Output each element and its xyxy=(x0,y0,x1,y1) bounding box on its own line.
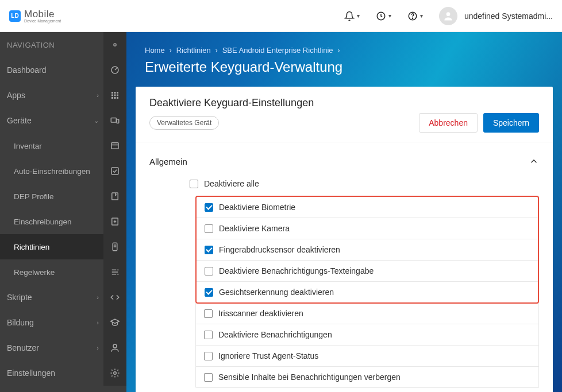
checkbox-label: Sensible Inhalte bei Benachrichtigungen … xyxy=(218,372,401,382)
help-menu[interactable]: ▾ xyxy=(407,11,423,21)
checkbox-row[interactable]: Deaktiviere Kamera xyxy=(197,218,538,239)
sidebar-item-einstellungen[interactable]: Einstellungen xyxy=(0,360,126,386)
chevron-right-icon: › xyxy=(338,46,340,55)
chevron-down-icon: ▾ xyxy=(388,13,391,19)
sidebar-item-label: Einstellungen xyxy=(7,368,55,378)
code-icon xyxy=(103,285,126,310)
svg-rect-17 xyxy=(111,168,118,174)
avatar xyxy=(439,7,457,25)
enroll-icon xyxy=(103,209,126,234)
checkbox-label: Gesichtserkennung deaktivieren xyxy=(219,288,334,297)
checkbox-label: Deaktiviere Benachrichtigungen xyxy=(218,330,332,339)
sidebar-item-label: Einschreibungen xyxy=(14,218,72,226)
checkbox-row[interactable]: Fingerabdrucksensor deaktivieren xyxy=(197,239,538,261)
notifications-menu[interactable]: ▾ xyxy=(344,11,360,21)
checkbox[interactable] xyxy=(204,331,213,339)
checkbox-row[interactable]: Irisscanner deaktivieren xyxy=(196,303,538,324)
sidebar-item-label: Geräte xyxy=(7,116,32,125)
device-scope-pill: Verwaltetes Gerät xyxy=(149,116,219,130)
sidebar-item-einschreibungen[interactable]: Einschreibungen xyxy=(0,209,126,234)
checkbox[interactable] xyxy=(204,373,213,382)
sidebar-item-regelwerke[interactable]: Regelwerke xyxy=(0,259,126,285)
settings-card: Deaktiviere Keyguard-Einstellungen Verwa… xyxy=(136,87,553,392)
checkbox-row[interactable]: Deaktiviere Benachrichtigungen xyxy=(196,324,538,346)
svg-rect-13 xyxy=(117,97,118,99)
svg-rect-6 xyxy=(114,92,116,94)
sidebar-item-label: Bildung xyxy=(7,318,34,327)
checkbox[interactable] xyxy=(205,224,213,233)
sidebar-item-label: Auto-Einschreibungen xyxy=(14,167,90,176)
sidebar-item-label: Richtlinien xyxy=(14,243,49,251)
checkbox-label: Deaktiviere alle xyxy=(204,179,259,188)
checkbox[interactable] xyxy=(204,309,213,318)
sidebar-item-dashboard[interactable]: Dashboard xyxy=(0,57,126,83)
checkbox-row[interactable]: Gesichtserkennung deaktivieren xyxy=(197,282,538,302)
svg-rect-8 xyxy=(111,95,113,96)
card-title: Deaktiviere Keyguard-Einstellungen xyxy=(149,97,419,109)
checkbox[interactable] xyxy=(205,267,213,275)
checkbox[interactable] xyxy=(205,203,213,212)
sidebar-item-inventar[interactable]: Inventar xyxy=(0,133,126,158)
brand[interactable]: LD Mobile Device Management xyxy=(9,9,61,23)
sidebar: NAVIGATION DashboardApps›Geräte⌄Inventar… xyxy=(0,32,126,392)
help-icon xyxy=(407,11,418,21)
auto-enroll-icon xyxy=(103,158,126,184)
svg-point-2 xyxy=(412,18,413,18)
sidebar-item-bildung[interactable]: Bildung› xyxy=(0,310,126,335)
user-icon xyxy=(103,335,126,360)
user-menu[interactable]: undefined Systemadmi... xyxy=(439,7,553,25)
sidebar-item-apps[interactable]: Apps› xyxy=(0,83,126,108)
checkbox-label: Fingerabdrucksensor deaktivieren xyxy=(219,245,340,254)
section-header-general[interactable]: Allgemein xyxy=(136,142,553,176)
save-button[interactable]: Speichern xyxy=(483,113,539,133)
dep-icon xyxy=(103,184,126,209)
breadcrumb-link[interactable]: SBE Android Enterprise Richtlinie xyxy=(222,46,333,55)
sidebar-item-skripte[interactable]: Skripte› xyxy=(0,285,126,310)
cancel-button[interactable]: Abbrechen xyxy=(419,113,478,133)
checkbox-row-master[interactable]: Deaktiviere alle xyxy=(182,176,539,196)
svg-rect-14 xyxy=(111,118,116,123)
collapse-icon[interactable] xyxy=(113,43,117,46)
checkbox-row[interactable]: Sensible Inhalte bei Benachrichtigungen … xyxy=(196,367,538,387)
checkbox-row[interactable]: Ignoriere Trust Agent-Status xyxy=(196,346,538,367)
section-title: Allgemein xyxy=(149,157,187,166)
recent-menu[interactable]: ▾ xyxy=(376,11,391,21)
topbar: LD Mobile Device Management ▾ ▾ ▾ xyxy=(0,0,562,32)
svg-point-22 xyxy=(117,274,118,275)
checkbox-label: Irisscanner deaktivieren xyxy=(218,309,303,318)
brand-badge: LD xyxy=(9,10,21,22)
svg-rect-9 xyxy=(114,95,116,96)
policy-icon xyxy=(103,234,126,259)
chevron-right-icon: › xyxy=(170,46,172,55)
checkbox[interactable] xyxy=(190,180,198,188)
checkbox-row[interactable]: Deaktiviere Benachrichtigungs-Texteingab… xyxy=(197,261,538,282)
checkbox-label: Deaktiviere Biometrie xyxy=(219,203,295,212)
checkbox-label: Deaktiviere Kamera xyxy=(219,224,290,233)
breadcrumb-link[interactable]: Richtlinien xyxy=(176,46,211,55)
sidebar-item-auto-einschreibungen[interactable]: Auto-Einschreibungen xyxy=(0,158,126,184)
bell-icon xyxy=(344,11,355,21)
chevron-right-icon: › xyxy=(215,46,218,55)
sidebar-item-benutzer[interactable]: Benutzer› xyxy=(0,335,126,360)
highlighted-group: Deaktiviere BiometrieDeaktiviere KameraF… xyxy=(195,196,539,304)
chevron-right-icon: › xyxy=(97,319,99,326)
sidebar-item-geräte[interactable]: Geräte⌄ xyxy=(0,108,126,133)
sidebar-item-label: Apps xyxy=(7,91,25,100)
sidebar-item-label: Inventar xyxy=(14,142,42,150)
checkbox[interactable] xyxy=(205,246,213,254)
checkbox-row[interactable]: Deaktiviere Biometrie xyxy=(197,197,538,218)
svg-point-23 xyxy=(113,344,117,348)
brand-subtitle: Device Management xyxy=(24,19,61,23)
sidebar-item-dep-profile[interactable]: DEP Profile xyxy=(0,184,126,209)
checkbox-label: Ignoriere Trust Agent-Status xyxy=(218,351,318,360)
breadcrumb-link[interactable]: Home xyxy=(145,46,165,55)
sidebar-item-label: Dashboard xyxy=(7,65,47,75)
checkbox[interactable] xyxy=(204,352,213,360)
inventory-icon xyxy=(103,133,126,158)
chevron-down-icon: ▾ xyxy=(420,13,423,19)
checkbox[interactable] xyxy=(205,288,213,297)
sidebar-item-richtlinien[interactable]: Richtlinien xyxy=(0,234,126,259)
svg-point-21 xyxy=(117,269,118,270)
checkbox-label: Deaktiviere Benachrichtigungs-Texteingab… xyxy=(219,266,374,275)
svg-point-24 xyxy=(114,372,117,375)
